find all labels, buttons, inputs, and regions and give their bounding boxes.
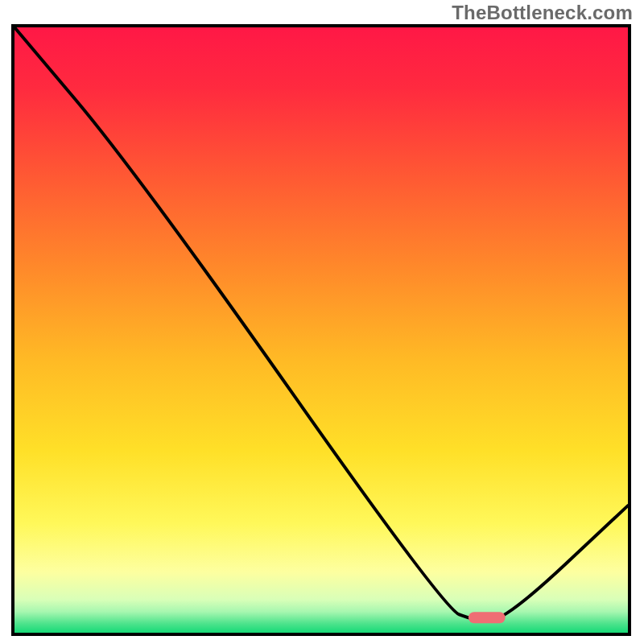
- bottleneck-chart: [14, 27, 628, 633]
- gradient-background: [14, 27, 628, 633]
- watermark-text: TheBottleneck.com: [452, 2, 633, 24]
- chart-frame: [11, 24, 631, 636]
- optimal-marker: [469, 612, 506, 623]
